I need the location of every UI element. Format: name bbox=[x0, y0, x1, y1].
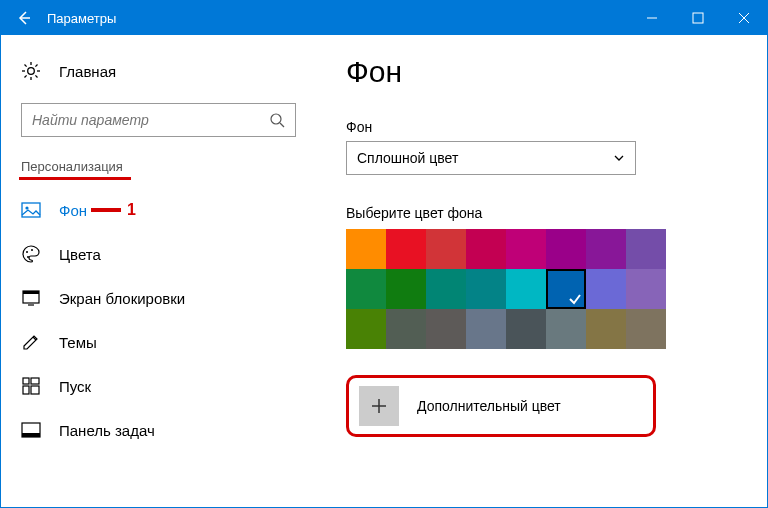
sidebar-item-colors[interactable]: Цвета bbox=[1, 232, 316, 276]
svg-point-17 bbox=[26, 251, 28, 253]
color-swatch[interactable] bbox=[426, 229, 466, 269]
dropdown-value: Сплошной цвет bbox=[357, 150, 458, 166]
home-button[interactable]: Главная bbox=[1, 53, 316, 89]
background-label: Фон bbox=[346, 119, 737, 135]
annotation-mark-1: 1 bbox=[91, 201, 136, 219]
svg-line-10 bbox=[35, 75, 37, 77]
color-swatch[interactable] bbox=[626, 309, 666, 349]
search-icon bbox=[269, 112, 285, 128]
annotation-underline bbox=[19, 177, 131, 180]
lockscreen-icon bbox=[21, 288, 41, 308]
color-swatch[interactable] bbox=[386, 309, 426, 349]
svg-point-16 bbox=[25, 206, 28, 209]
svg-point-4 bbox=[28, 68, 35, 75]
swatch-label: Выберите цвет фона bbox=[346, 205, 737, 221]
plus-box bbox=[359, 386, 399, 426]
maximize-button[interactable] bbox=[675, 1, 721, 35]
svg-rect-28 bbox=[22, 433, 40, 437]
themes-icon bbox=[21, 332, 41, 352]
color-swatch[interactable] bbox=[386, 269, 426, 309]
color-swatch[interactable] bbox=[506, 229, 546, 269]
taskbar-icon bbox=[21, 420, 41, 440]
svg-rect-24 bbox=[31, 378, 39, 384]
color-swatch[interactable] bbox=[466, 229, 506, 269]
background-dropdown[interactable]: Сплошной цвет bbox=[346, 141, 636, 175]
color-swatch[interactable] bbox=[466, 309, 506, 349]
color-swatch[interactable] bbox=[586, 269, 626, 309]
sidebar-item-themes[interactable]: Темы bbox=[1, 320, 316, 364]
gear-icon bbox=[21, 61, 41, 81]
swatch-row bbox=[346, 309, 737, 349]
svg-rect-15 bbox=[22, 203, 40, 217]
back-button[interactable] bbox=[1, 1, 47, 35]
sidebar: Главная Персонализация Фон 1 Цвета bbox=[1, 35, 316, 507]
custom-color-label: Дополнительный цвет bbox=[417, 398, 561, 414]
svg-line-12 bbox=[25, 75, 27, 77]
svg-rect-21 bbox=[23, 291, 39, 294]
color-swatch[interactable] bbox=[426, 309, 466, 349]
color-swatch[interactable] bbox=[506, 309, 546, 349]
plus-icon bbox=[370, 397, 388, 415]
svg-rect-23 bbox=[23, 378, 29, 384]
picture-icon bbox=[21, 200, 41, 220]
close-button[interactable] bbox=[721, 1, 767, 35]
home-label: Главная bbox=[59, 63, 116, 80]
sidebar-item-lockscreen[interactable]: Экран блокировки bbox=[1, 276, 316, 320]
search-box[interactable] bbox=[21, 103, 296, 137]
color-swatch[interactable] bbox=[506, 269, 546, 309]
color-swatch[interactable] bbox=[466, 269, 506, 309]
search-input[interactable] bbox=[32, 112, 269, 128]
color-swatch[interactable] bbox=[586, 229, 626, 269]
svg-point-19 bbox=[31, 249, 33, 251]
svg-line-11 bbox=[35, 65, 37, 67]
annotation-text: 1 bbox=[127, 201, 136, 219]
sidebar-item-start[interactable]: Пуск bbox=[1, 364, 316, 408]
window-title: Параметры bbox=[47, 11, 629, 26]
sidebar-item-background[interactable]: Фон 1 bbox=[1, 188, 316, 232]
check-icon bbox=[568, 292, 582, 306]
color-swatch[interactable] bbox=[346, 229, 386, 269]
color-swatch[interactable] bbox=[346, 269, 386, 309]
color-swatch[interactable] bbox=[586, 309, 626, 349]
svg-point-18 bbox=[27, 256, 29, 258]
sidebar-item-taskbar[interactable]: Панель задач bbox=[1, 408, 316, 452]
swatch-row bbox=[346, 269, 737, 309]
color-swatch-grid bbox=[346, 229, 737, 349]
color-swatch[interactable] bbox=[626, 269, 666, 309]
svg-rect-1 bbox=[693, 13, 703, 23]
sidebar-item-label: Фон bbox=[59, 202, 87, 219]
color-swatch[interactable] bbox=[346, 309, 386, 349]
minimize-icon bbox=[646, 12, 658, 24]
color-swatch[interactable] bbox=[546, 229, 586, 269]
page-title: Фон bbox=[346, 55, 737, 89]
sidebar-item-label: Панель задач bbox=[59, 422, 155, 439]
titlebar: Параметры bbox=[1, 1, 767, 35]
main-content: Фон Фон Сплошной цвет Выберите цвет фона… bbox=[316, 35, 767, 507]
maximize-icon bbox=[692, 12, 704, 24]
sidebar-item-label: Темы bbox=[59, 334, 97, 351]
svg-line-9 bbox=[25, 65, 27, 67]
minimize-button[interactable] bbox=[629, 1, 675, 35]
color-swatch[interactable] bbox=[386, 229, 426, 269]
start-icon bbox=[21, 376, 41, 396]
svg-rect-25 bbox=[23, 386, 29, 394]
color-swatch[interactable] bbox=[546, 309, 586, 349]
close-icon bbox=[738, 12, 750, 24]
category-label: Персонализация bbox=[21, 159, 123, 174]
app-body: Главная Персонализация Фон 1 Цвета bbox=[1, 35, 767, 507]
arrow-left-icon bbox=[16, 10, 32, 26]
chevron-down-icon bbox=[613, 152, 625, 164]
svg-rect-26 bbox=[31, 386, 39, 394]
palette-icon bbox=[21, 244, 41, 264]
window-controls bbox=[629, 1, 767, 35]
color-swatch[interactable] bbox=[426, 269, 466, 309]
custom-color-button[interactable]: Дополнительный цвет bbox=[346, 375, 656, 437]
color-swatch[interactable] bbox=[546, 269, 586, 309]
sidebar-item-label: Пуск bbox=[59, 378, 91, 395]
svg-line-14 bbox=[280, 123, 284, 127]
svg-point-13 bbox=[271, 114, 281, 124]
color-swatch[interactable] bbox=[626, 229, 666, 269]
swatch-row bbox=[346, 229, 737, 269]
sidebar-item-label: Экран блокировки bbox=[59, 290, 185, 307]
sidebar-item-label: Цвета bbox=[59, 246, 101, 263]
